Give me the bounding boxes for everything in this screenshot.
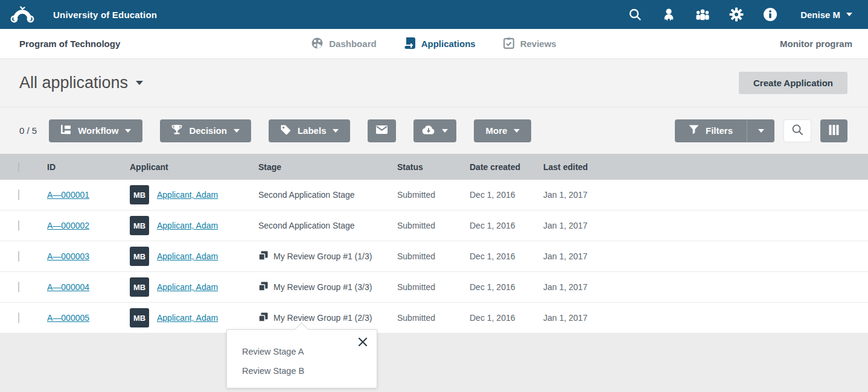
applicant-link[interactable]: Applicant, Adam <box>157 251 218 261</box>
tab-dashboard[interactable]: Dashboard <box>311 37 376 51</box>
stage-label: My Review Group #1 (3/3) <box>273 282 372 292</box>
stage-stack-icon <box>258 282 268 293</box>
table-row: A—000005 MB Applicant, Adam My Review Gr… <box>0 303 868 334</box>
row-checkbox[interactable] <box>18 220 19 231</box>
table-row: A—000004 MB Applicant, Adam My Review Gr… <box>0 272 868 303</box>
select-all-checkbox[interactable] <box>18 162 19 172</box>
qualify-award-icon[interactable] <box>662 7 676 22</box>
table-row: A—000002 MB Applicant, Adam Second Appli… <box>0 210 868 241</box>
row-checkbox[interactable] <box>18 312 19 323</box>
application-id-link[interactable]: A—000003 <box>47 251 89 261</box>
bulk-actions-toolbar: 0 / 5 Workflow <box>0 107 868 154</box>
column-header-stage[interactable]: Stage <box>258 162 397 172</box>
toolbar-left-group: Workflow Decision <box>49 119 531 142</box>
button-label: Workflow <box>78 125 118 136</box>
export-cloud-download-icon <box>422 125 435 136</box>
stage-label: Second Application Stage <box>258 221 355 230</box>
tab-reviews[interactable]: Reviews <box>503 37 557 51</box>
status-label: Submitted <box>397 313 470 323</box>
table-header-row: ID Applicant Stage Status Date created L… <box>0 154 868 180</box>
button-label: Decision <box>189 125 227 136</box>
filter-funnel-icon <box>689 125 699 136</box>
close-icon[interactable] <box>357 336 369 350</box>
mail-envelope-icon <box>376 125 388 136</box>
applicant-link[interactable]: Applicant, Adam <box>157 313 218 323</box>
date-created: Dec 1, 2016 <box>470 282 543 292</box>
application-id-link[interactable]: A—000005 <box>47 313 89 323</box>
column-header-id[interactable]: ID <box>47 162 130 172</box>
user-name: Denise M <box>800 10 840 20</box>
search-icon[interactable] <box>628 7 642 22</box>
monitor-program-link[interactable]: Monitor program <box>780 39 852 49</box>
columns-icon <box>829 125 839 137</box>
review-stage-popover: Review Stage A Review Stage B <box>226 329 377 388</box>
user-menu[interactable]: Denise M <box>800 10 852 20</box>
status-label: Submitted <box>397 251 470 261</box>
applicant-avatar: MB <box>130 216 149 235</box>
column-header-status[interactable]: Status <box>397 162 470 172</box>
button-label: Labels <box>298 125 327 136</box>
date-created: Dec 1, 2016 <box>470 221 543 230</box>
application-id-link[interactable]: A—000004 <box>47 282 89 292</box>
last-edited: Jan 1, 2017 <box>543 313 868 323</box>
table-row: A—000003 MB Applicant, Adam My Review Gr… <box>0 241 868 272</box>
workflow-button[interactable]: Workflow <box>49 119 142 142</box>
program-name: Program of Technology <box>19 39 120 49</box>
caret-down-icon <box>514 129 520 133</box>
applicant-link[interactable]: Applicant, Adam <box>157 282 218 292</box>
review-stage-item[interactable]: Review Stage B <box>242 361 377 381</box>
stage-label: My Review Group #1 (1/3) <box>273 251 372 261</box>
decision-trophy-icon <box>171 124 182 137</box>
reviews-clipboard-icon <box>503 37 514 51</box>
filters-dropdown-button[interactable] <box>747 119 774 142</box>
create-application-button[interactable]: Create Application <box>739 72 847 94</box>
program-navigation-bar: Program of Technology Dashboard <box>0 29 868 59</box>
column-header-applicant[interactable]: Applicant <box>130 162 258 172</box>
row-checkbox[interactable] <box>18 251 19 262</box>
stage-label: My Review Group #1 (2/3) <box>273 313 372 323</box>
surveymonkey-logo-icon[interactable] <box>8 4 36 25</box>
page-header: All applications Create Application <box>0 59 868 107</box>
decision-button[interactable]: Decision <box>160 119 251 142</box>
settings-gear-icon[interactable] <box>729 7 744 22</box>
row-checkbox[interactable] <box>18 189 19 200</box>
info-icon[interactable] <box>763 7 777 22</box>
applicant-avatar: MB <box>130 247 149 266</box>
labels-button[interactable]: Labels <box>269 119 351 142</box>
application-id-link[interactable]: A—000002 <box>47 221 89 230</box>
column-header-date-created[interactable]: Date created <box>470 162 543 172</box>
application-list-page: University of Education <box>0 0 868 392</box>
applicant-link[interactable]: Applicant, Adam <box>157 221 218 230</box>
filters-button[interactable]: Filters <box>675 119 747 142</box>
email-button[interactable] <box>368 119 396 142</box>
workflow-tree-icon <box>60 125 71 137</box>
filters-split-button: Filters <box>675 119 774 142</box>
tab-label: Dashboard <box>329 39 376 49</box>
applications-table: ID Applicant Stage Status Date created L… <box>0 154 868 334</box>
date-created: Dec 1, 2016 <box>470 251 543 261</box>
row-checkbox[interactable] <box>18 282 19 292</box>
applicant-avatar: MB <box>130 185 149 204</box>
tab-label: Applications <box>421 39 476 49</box>
button-label: More <box>485 125 507 136</box>
table-row: A—000001 MB Applicant, Adam Second Appli… <box>0 180 868 210</box>
users-group-icon[interactable] <box>695 7 710 22</box>
top-navigation-bar: University of Education <box>0 0 868 29</box>
search-icon <box>791 124 803 138</box>
export-button[interactable] <box>413 119 456 142</box>
applicant-link[interactable]: Applicant, Adam <box>157 190 218 200</box>
dashboard-icon <box>311 37 323 51</box>
tab-applications[interactable]: Applications <box>404 37 476 51</box>
application-id-link[interactable]: A—000001 <box>47 190 89 200</box>
table-search-button[interactable] <box>783 119 811 142</box>
button-label: Filters <box>706 125 733 136</box>
applicant-avatar: MB <box>130 308 149 327</box>
column-header-last-edited[interactable]: Last edited <box>543 162 868 172</box>
program-tabs: Dashboard Applications <box>0 29 868 58</box>
last-edited: Jan 1, 2017 <box>543 221 868 230</box>
view-selector[interactable]: All applications <box>19 74 143 92</box>
status-label: Submitted <box>397 282 470 292</box>
more-button[interactable]: More <box>474 119 531 142</box>
toolbar-right-group: Filters <box>675 119 847 142</box>
columns-button[interactable] <box>820 119 847 142</box>
